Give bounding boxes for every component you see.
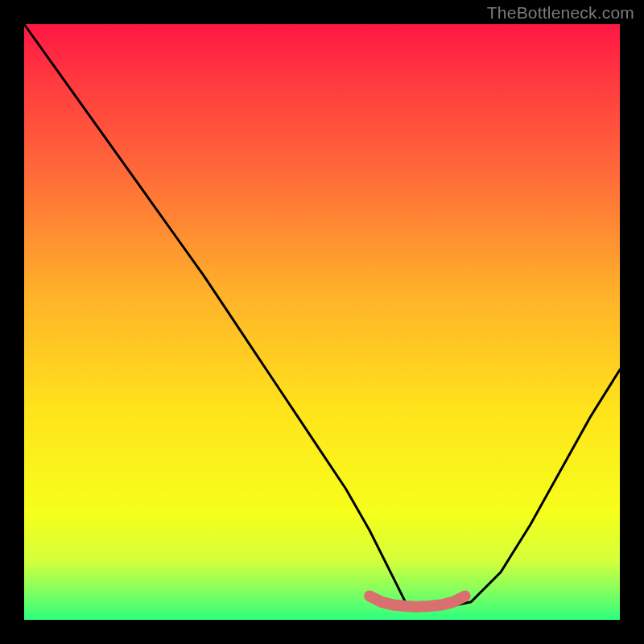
watermark-text: TheBottleneck.com xyxy=(487,3,634,23)
chart-frame: TheBottleneck.com xyxy=(0,0,644,644)
chart-svg xyxy=(0,0,644,644)
plot-background xyxy=(24,24,620,620)
